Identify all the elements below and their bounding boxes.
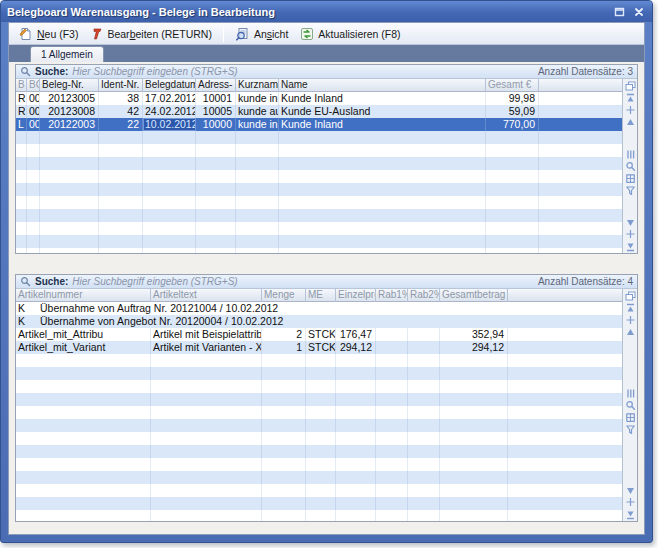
document-cell-bg[interactable]: 00: [27, 118, 40, 131]
grid-cell[interactable]: [262, 380, 306, 393]
document-cell-b[interactable]: L: [16, 118, 27, 131]
close-button[interactable]: [632, 6, 646, 18]
grid-cell[interactable]: [16, 196, 27, 209]
grid-cell[interactable]: [486, 235, 539, 248]
grid-cell[interactable]: [16, 209, 27, 222]
document-cell-kurzname[interactable]: kunde inla: [236, 92, 279, 105]
grid-cell[interactable]: [306, 458, 336, 471]
grid-cell[interactable]: [27, 209, 40, 222]
grid-cell[interactable]: [151, 510, 262, 521]
documents-search-input[interactable]: Hier Suchbegriff eingeben (STRG+S): [72, 66, 534, 77]
grid-cell[interactable]: [236, 144, 279, 157]
grid-cell[interactable]: [151, 445, 262, 458]
grid-cell[interactable]: [27, 131, 40, 144]
grid-cell[interactable]: [408, 393, 440, 406]
grid-cell[interactable]: [408, 445, 440, 458]
grid-cell[interactable]: [539, 196, 622, 209]
document-cell-ident_nr[interactable]: 42: [99, 105, 143, 118]
grid-cell[interactable]: [486, 209, 539, 222]
grid-cell[interactable]: [508, 367, 622, 380]
grid-cell[interactable]: [196, 144, 236, 157]
grid-cell[interactable]: [236, 183, 279, 196]
grid-cell[interactable]: [486, 196, 539, 209]
grid-cell[interactable]: [143, 144, 196, 157]
grid-cell[interactable]: [440, 367, 508, 380]
document-cell-beleg_nr[interactable]: 20123008: [40, 105, 99, 118]
grid-cell[interactable]: [143, 248, 196, 253]
grid-cell[interactable]: [143, 222, 196, 235]
grid-cell[interactable]: [16, 144, 27, 157]
grid-cell[interactable]: [279, 235, 486, 248]
grid-cell[interactable]: [336, 510, 376, 521]
position-cell-_f[interactable]: [508, 341, 622, 354]
grid-cell[interactable]: [99, 131, 143, 144]
empty-row[interactable]: [16, 235, 622, 248]
grid-cell[interactable]: [440, 419, 508, 432]
empty-row[interactable]: [16, 144, 622, 157]
document-cell-gesamt[interactable]: 99,98: [486, 92, 539, 105]
grid-cell[interactable]: [279, 157, 486, 170]
grid-cell[interactable]: [27, 222, 40, 235]
grid-cell[interactable]: [486, 170, 539, 183]
refresh-button[interactable]: Aktualisieren (F8): [294, 24, 406, 44]
empty-row[interactable]: [16, 354, 622, 367]
grid-cell[interactable]: [408, 367, 440, 380]
position-cell-menge[interactable]: 1: [262, 341, 306, 354]
grid-cell[interactable]: [336, 380, 376, 393]
grid-cell[interactable]: [336, 484, 376, 497]
grid-cell[interactable]: [508, 406, 622, 419]
position-cell-rab1[interactable]: [376, 341, 408, 354]
grid-cell[interactable]: [336, 445, 376, 458]
grid-cell[interactable]: [262, 471, 306, 484]
grid-cell[interactable]: [440, 445, 508, 458]
empty-row[interactable]: [16, 248, 622, 253]
positions-search-input[interactable]: Hier Suchbegriff eingeben (STRG+S): [72, 276, 534, 287]
grid-cell[interactable]: [40, 157, 99, 170]
grid-cell[interactable]: [16, 235, 27, 248]
grid-cell[interactable]: [99, 144, 143, 157]
column-header[interactable]: Rab1%: [376, 289, 408, 302]
note-text[interactable]: Übernahme von Angebot Nr. 20120004 / 10.…: [38, 315, 598, 328]
document-row[interactable]: R00201230053817.02.2012 /Fr10001kunde in…: [16, 92, 622, 105]
grid-cell[interactable]: [408, 406, 440, 419]
grid-cell[interactable]: [99, 248, 143, 253]
grid-cell[interactable]: [16, 471, 151, 484]
grid-cell[interactable]: [40, 183, 99, 196]
position-cell-gesamtbetrag[interactable]: 352,94: [440, 328, 508, 341]
grid-cell[interactable]: [40, 222, 99, 235]
grid-cell[interactable]: [440, 497, 508, 510]
grid-cell[interactable]: [40, 144, 99, 157]
grid-cell[interactable]: [27, 196, 40, 209]
document-cell-belegdatum[interactable]: 17.02.2012 /Fr: [143, 92, 196, 105]
position-cell-artikelnummer[interactable]: Artikel_mit_Attribu: [16, 328, 151, 341]
grid-cell[interactable]: [27, 183, 40, 196]
column-header[interactable]: [508, 289, 622, 302]
empty-row[interactable]: [16, 183, 622, 196]
document-cell-b[interactable]: R: [16, 105, 27, 118]
empty-row[interactable]: [16, 170, 622, 183]
document-cell-gesamt[interactable]: 59,09: [486, 105, 539, 118]
grid-cell[interactable]: [279, 144, 486, 157]
bookmark-icon[interactable]: [624, 172, 637, 184]
grid-cell[interactable]: [279, 248, 486, 253]
grid-cell[interactable]: [279, 131, 486, 144]
grid-cell[interactable]: [486, 131, 539, 144]
grid-cell[interactable]: [196, 131, 236, 144]
grid-cell[interactable]: [306, 354, 336, 367]
grid-cell[interactable]: [236, 196, 279, 209]
document-cell-adress_nr[interactable]: 10001: [196, 92, 236, 105]
grid-cell[interactable]: [151, 393, 262, 406]
grid-cell[interactable]: [408, 510, 440, 521]
position-cell-artikeltext[interactable]: Artikel mit Varianten - XL - Rot: [151, 341, 262, 354]
grid-cell[interactable]: [236, 131, 279, 144]
grid-cell[interactable]: [236, 248, 279, 253]
grid-cell[interactable]: [236, 157, 279, 170]
column-header[interactable]: Gesamt €: [486, 79, 539, 92]
column-header[interactable]: Name: [279, 79, 486, 92]
grid-cell[interactable]: [16, 510, 151, 521]
position-cell-_f[interactable]: [508, 328, 622, 341]
document-row[interactable]: R00201230084224.02.2012 /Fr10005kunde au…: [16, 105, 622, 118]
position-cell-me[interactable]: STCK: [306, 341, 336, 354]
column-header[interactable]: [539, 79, 622, 92]
grid-cell[interactable]: [99, 235, 143, 248]
